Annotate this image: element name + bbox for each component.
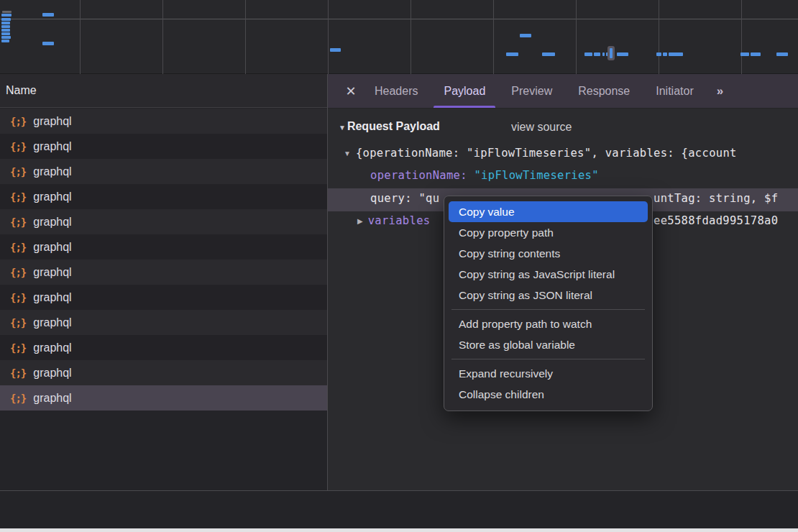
request-row-graphql[interactable]: {;}graphql [0, 109, 327, 134]
request-timing-bar [42, 13, 54, 17]
collapse-icon[interactable]: ▼ [339, 124, 346, 132]
menu-item-copy-string-as-json-literal[interactable]: Copy string as JSON literal [449, 285, 648, 306]
more-tabs-icon[interactable]: » [710, 74, 729, 108]
request-timing-bar [602, 52, 605, 56]
request-row-graphql[interactable]: {;}graphql [0, 385, 327, 411]
request-timing-bar [740, 52, 749, 56]
request-row-graphql[interactable]: {;}graphql [0, 134, 327, 159]
request-timing-bar [776, 52, 788, 56]
window-bottom-edge [0, 528, 798, 532]
operation-name-value: "ipFlowTimeseries" [467, 169, 599, 182]
request-timing-bar [656, 52, 661, 56]
request-row-graphql[interactable]: {;}graphql [0, 310, 327, 335]
request-name-label: graphql [33, 115, 71, 128]
variables-key: variables [368, 214, 431, 227]
tab-preview[interactable]: Preview [501, 74, 562, 108]
request-timing-bar [1, 14, 12, 17]
detail-tabbar: ✕ HeadersPayloadPreviewResponseInitiator… [328, 74, 798, 108]
menu-item-add-property-path-to-watch[interactable]: Add property path to watch [449, 313, 648, 334]
request-timing-bar [1, 32, 10, 35]
request-timing-bar [1, 18, 11, 21]
request-payload-section[interactable]: ▼ Request Payload [339, 120, 440, 133]
json-braces-icon: {;} [10, 166, 26, 178]
tab-response[interactable]: Response [568, 74, 640, 108]
overview-vertical-gridline [576, 0, 577, 74]
name-column-header[interactable]: Name [0, 74, 327, 108]
menu-item-expand-recursively[interactable]: Expand recursively [449, 363, 648, 384]
menu-item-copy-property-path[interactable]: Copy property path [449, 222, 648, 243]
tab-initiator[interactable]: Initiator [646, 74, 703, 108]
operation-name-key: operationName: [370, 169, 467, 182]
network-overview-timeline[interactable] [0, 0, 798, 74]
request-row-graphql[interactable]: {;}graphql [0, 209, 327, 234]
menu-divider [451, 309, 645, 310]
request-row-graphql[interactable]: {;}graphql [0, 285, 327, 310]
request-timing-bar [584, 52, 592, 56]
menu-item-copy-value[interactable]: Copy value [449, 201, 648, 222]
overview-vertical-gridline [162, 0, 163, 74]
variables-row[interactable]: ▶ variables [357, 214, 430, 227]
request-name-label: graphql [33, 266, 71, 279]
request-name-label: graphql [33, 140, 71, 153]
json-braces-icon: {;} [10, 116, 26, 127]
overview-horizontal-gridline [0, 19, 798, 19]
request-name-label: graphql [33, 291, 71, 304]
request-row-graphql[interactable]: {;}graphql [0, 159, 327, 184]
request-timing-bar [1, 25, 10, 28]
tab-payload[interactable]: Payload [434, 74, 495, 108]
request-row-graphql[interactable]: {;}graphql [0, 260, 327, 285]
variables-value-right-fragment: ee5588fdad995178a0 [653, 214, 778, 227]
operation-name-row[interactable]: operationName: "ipFlowTimeseries" [370, 169, 599, 182]
request-timing-bar [1, 29, 10, 32]
json-braces-icon: {;} [10, 242, 26, 253]
request-name-label: graphql [33, 341, 71, 354]
collapse-icon[interactable]: ▼ [344, 150, 351, 157]
json-braces-icon: {;} [10, 367, 26, 379]
request-list: {;}graphql{;}graphql{;}graphql{;}graphql… [0, 109, 327, 490]
payload-root-preview: {operationName: "ipFlowTimeseries", vari… [356, 147, 737, 160]
query-row[interactable]: query: "qu [370, 192, 439, 205]
request-timing-bar [542, 52, 555, 56]
menu-item-collapse-children[interactable]: Collapse children [449, 384, 648, 405]
request-row-graphql[interactable]: {;}graphql [0, 234, 327, 260]
overview-vertical-gridline [741, 0, 742, 74]
json-braces-icon: {;} [10, 317, 26, 329]
overview-vertical-gridline [328, 0, 329, 74]
request-timing-bar [330, 48, 341, 52]
json-braces-icon: {;} [10, 191, 26, 203]
request-timing-bar [1, 40, 9, 42]
summary-footer [0, 491, 798, 528]
json-braces-icon: {;} [10, 342, 26, 354]
view-source-link[interactable]: view source [511, 121, 572, 134]
overview-vertical-gridline [659, 0, 659, 74]
menu-item-store-as-global-variable[interactable]: Store as global variable [449, 334, 648, 355]
request-name-label: graphql [33, 165, 71, 178]
request-timing-bar [520, 34, 531, 37]
json-braces-icon: {;} [10, 267, 26, 278]
request-timing-bar [663, 52, 667, 56]
menu-item-copy-string-as-javascript-literal[interactable]: Copy string as JavaScript literal [449, 264, 648, 285]
request-name-label: graphql [33, 216, 71, 229]
request-row-graphql[interactable]: {;}graphql [0, 360, 327, 385]
request-timing-bar [751, 52, 761, 56]
request-name-label: graphql [33, 191, 71, 203]
request-timing-bar [1, 22, 10, 24]
request-row-graphql[interactable]: {;}graphql [0, 335, 327, 360]
expand-icon[interactable]: ▶ [357, 217, 363, 225]
tab-headers[interactable]: Headers [364, 74, 428, 108]
payload-root-row[interactable]: ▼ {operationName: "ipFlowTimeseries", va… [344, 147, 737, 160]
request-timing-bar [506, 52, 518, 56]
name-column-label: Name [6, 84, 37, 97]
devtools-network-panel: Name ✕ HeadersPayloadPreviewResponseInit… [0, 0, 798, 532]
overview-vertical-gridline [493, 0, 494, 74]
overview-hover-marker-bar [610, 48, 613, 58]
request-name-label: graphql [33, 316, 71, 329]
query-value-right-fragment: untTag: string, $f [653, 192, 778, 205]
request-timing-bar [669, 52, 683, 56]
request-timing-bar [2, 11, 12, 13]
menu-item-copy-string-contents[interactable]: Copy string contents [449, 243, 648, 264]
request-name-label: graphql [33, 241, 71, 254]
request-row-graphql[interactable]: {;}graphql [0, 184, 327, 209]
overview-vertical-gridline [245, 0, 246, 74]
close-icon[interactable]: ✕ [343, 74, 359, 108]
